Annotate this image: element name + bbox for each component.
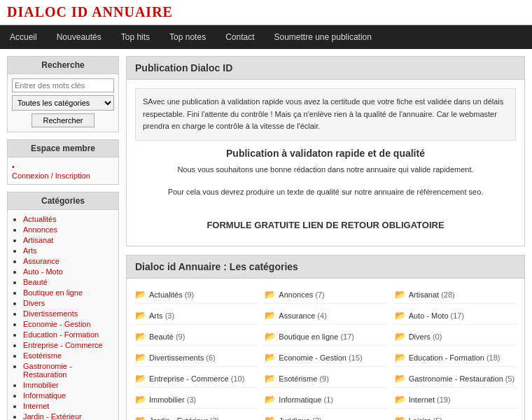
sidebar-cat-link[interactable]: Entreprise - Commerce [23, 341, 114, 349]
nav-top-notes[interactable]: Top notes [160, 25, 216, 49]
category-icon: 📂 [265, 415, 276, 420]
category-link[interactable]: Internet (19) [409, 396, 451, 404]
category-icon: 📂 [135, 289, 146, 300]
category-grid-item: 📂Loisirs (5) [393, 412, 517, 420]
sidebar-cat-link[interactable]: Divertissements [23, 309, 114, 318]
category-link[interactable]: Loisirs (5) [409, 416, 442, 420]
categories-sidebar-title: Catégories [8, 192, 118, 210]
category-icon: 📂 [265, 373, 276, 384]
category-icon: 📂 [135, 394, 146, 405]
layout: Recherche Toutes les catégories Actualit… [0, 49, 532, 420]
sidebar-cat-link[interactable]: Assurance [23, 257, 114, 265]
sidebar-cat-link[interactable]: Esotérisme [23, 351, 114, 360]
sidebar-cat-link[interactable]: Artisanat [23, 236, 114, 244]
nav-nouveautes[interactable]: Nouveautés [47, 25, 111, 49]
header: Dialoc id Annuaire [0, 0, 532, 25]
category-link[interactable]: Artisanat (28) [409, 290, 455, 299]
category-icon: 📂 [395, 310, 406, 321]
nav-top-hits[interactable]: Top hits [111, 25, 160, 49]
category-grid-item: 📂Beauté (9) [134, 328, 258, 346]
category-select[interactable]: Toutes les catégories ActualitésAnnonces… [12, 95, 114, 111]
category-grid-item: 📂Immobilier (3) [134, 391, 258, 409]
categories-sidebar-box: Catégories ActualitésAnnoncesArtisanatAr… [7, 192, 119, 420]
category-link[interactable]: Arts (3) [149, 312, 174, 320]
category-link[interactable]: Divertissements (6) [149, 354, 216, 362]
category-link[interactable]: Divers (0) [409, 332, 442, 341]
search-input[interactable] [12, 78, 114, 92]
category-link[interactable]: Informatique (1) [279, 396, 333, 404]
sidebar-cat-link[interactable]: Economie - Gestion [23, 320, 114, 328]
sidebar-cat-link[interactable]: Auto - Moto [23, 267, 114, 276]
category-icon: 📂 [265, 331, 276, 342]
publication-title: Publication Dialoc ID [135, 62, 516, 74]
sidebar-cat-link[interactable]: Internet [23, 402, 114, 410]
sidebar-cat-link[interactable]: Education - Formation [23, 330, 114, 339]
category-link[interactable]: Immobilier (3) [149, 396, 196, 404]
sidebar-categories-list: ActualitésAnnoncesArtisanatArtsAssurance… [12, 214, 114, 420]
publication-subtitle: Publication à validaton rapide et de qua… [135, 148, 516, 159]
category-icon: 📂 [265, 352, 276, 363]
categories-box: Dialoc id Annuaire : Les catégories 📂Act… [126, 255, 525, 420]
espace-membre-box: Espace membre • Connexion / Inscription [7, 139, 119, 185]
category-link[interactable]: Gastronomie - Restauration (5) [409, 374, 515, 383]
nav-soumettre[interactable]: Soumettre une publication [265, 25, 382, 49]
sidebar-cat-link[interactable]: Boutique en ligne [23, 288, 114, 297]
formule-text: FORMULE GRATUITE LIEN DE RETOUR OBLIGATO… [135, 213, 516, 237]
category-grid-item: 📂Economie - Gestion (15) [263, 349, 387, 367]
category-link[interactable]: Annonces (7) [279, 290, 324, 299]
category-link[interactable]: Economie - Gestion (15) [279, 354, 362, 362]
sidebar-cat-link[interactable]: Annonces [23, 225, 114, 234]
category-link[interactable]: Esotérisme (9) [279, 374, 329, 383]
category-icon: 📂 [135, 415, 146, 420]
sidebar-cat-link[interactable]: Beauté [23, 278, 114, 286]
category-icon: 📂 [265, 394, 276, 405]
category-link[interactable]: Entreprise - Commerce (10) [149, 374, 244, 383]
search-button[interactable]: Rechercher [31, 113, 95, 127]
category-grid-item: 📂Arts (3) [134, 307, 258, 325]
category-grid-item: 📂Jardin - Extérieur (3) [134, 412, 258, 420]
sidebar-cat-link[interactable]: Immobilier [23, 381, 114, 389]
espace-membre-title: Espace membre [8, 140, 118, 158]
nav-accueil[interactable]: Accueil [0, 25, 47, 49]
search-content: Toutes les catégories ActualitésAnnonces… [8, 74, 118, 132]
category-link[interactable]: Assurance (4) [279, 312, 326, 320]
category-grid-item: 📂Education - Formation (18) [393, 349, 517, 367]
category-grid-item: 📂Gastronomie - Restauration (5) [393, 370, 517, 388]
sidebar-cat-link[interactable]: Informatique [23, 391, 114, 400]
category-icon: 📂 [395, 394, 406, 405]
category-grid-item: 📂Juridique (2) [263, 412, 387, 420]
category-grid-item: 📂Esotérisme (9) [263, 370, 387, 388]
sidebar-cat-link[interactable]: Gastronomie - Restauration [23, 362, 114, 379]
pub-text1-content: Nous vous souhaitons une bonne rédaction… [177, 165, 473, 174]
categories-sidebar-content: ActualitésAnnoncesArtisanatArtsAssurance… [8, 210, 118, 420]
category-link[interactable]: Jardin - Extérieur (3) [149, 416, 219, 420]
sidebar: Recherche Toutes les catégories Actualit… [7, 56, 119, 420]
publication-text2: Pour cela vous devrez produire un texte … [135, 186, 516, 199]
category-grid-item: 📂Auto - Moto (17) [393, 307, 517, 325]
search-box: Recherche Toutes les catégories Actualit… [7, 56, 119, 132]
publication-body: SAvec une publication à validation rapid… [127, 80, 524, 246]
category-grid-item: 📂Assurance (4) [263, 307, 387, 325]
connexion-link[interactable]: Connexion / Inscription [12, 172, 114, 180]
category-icon: 📂 [265, 289, 276, 300]
publication-box: Publication Dialoc ID SAvec une publicat… [126, 56, 525, 246]
sidebar-cat-link[interactable]: Arts [23, 246, 114, 255]
category-link[interactable]: Juridique (2) [279, 416, 321, 420]
category-icon: 📂 [135, 310, 146, 321]
sidebar-cat-link[interactable]: Actualités [23, 215, 114, 223]
site-title: Dialoc id Annuaire [7, 4, 173, 20]
espace-membre-content: • Connexion / Inscription [8, 158, 118, 184]
category-icon: 📂 [395, 415, 406, 420]
nav-contact[interactable]: Contact [216, 25, 264, 49]
category-link[interactable]: Beauté (9) [149, 332, 185, 341]
sidebar-cat-link[interactable]: Divers [23, 299, 114, 307]
category-link[interactable]: Auto - Moto (17) [409, 312, 464, 320]
category-link[interactable]: Education - Formation (18) [409, 354, 500, 362]
category-link[interactable]: Actualités (9) [149, 290, 194, 299]
sidebar-cat-link[interactable]: Jardin - Extérieur [23, 412, 114, 420]
category-link[interactable]: Boutique en ligne (17) [279, 332, 354, 341]
category-grid-item: 📂Informatique (1) [263, 391, 387, 409]
main-content: Publication Dialoc ID SAvec une publicat… [126, 56, 525, 420]
category-icon: 📂 [265, 310, 276, 321]
category-icon: 📂 [395, 352, 406, 363]
